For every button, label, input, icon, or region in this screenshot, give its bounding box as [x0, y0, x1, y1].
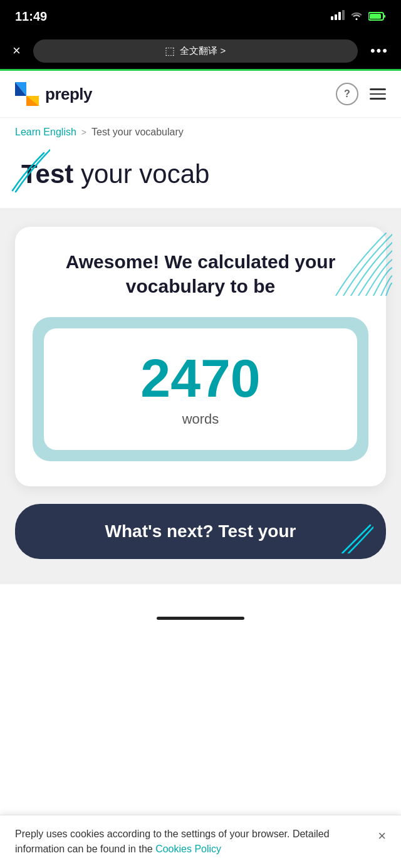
hero-decoration — [6, 147, 50, 199]
close-browser-button[interactable]: × — [13, 43, 21, 59]
signal-icon — [331, 10, 345, 23]
svg-rect-1 — [335, 14, 337, 20]
status-icons — [331, 10, 386, 23]
preply-logo-icon — [15, 82, 39, 106]
help-button[interactable]: ? — [336, 83, 358, 105]
cookie-banner: Preply uses cookies according to the set… — [0, 815, 401, 868]
result-headline-line2: vocabulary to be — [126, 276, 275, 296]
svg-rect-3 — [342, 10, 345, 20]
home-bar — [157, 617, 244, 620]
status-bar: 11:49 — [0, 0, 401, 33]
result-card-decoration — [311, 221, 392, 298]
svg-rect-5 — [370, 14, 381, 19]
home-indicator — [0, 609, 401, 632]
address-bar[interactable]: ⬚ 全文翻译 > — [33, 39, 358, 63]
logo-text: preply — [45, 85, 92, 104]
result-card: Awesome! We calculated your vocabulary t… — [15, 227, 386, 486]
hero-title-rest: your vocab — [73, 159, 209, 189]
cookie-text: Preply uses cookies according to the set… — [15, 827, 368, 857]
vocab-display-outer: 2470 words — [33, 317, 368, 461]
svg-rect-2 — [338, 12, 341, 20]
header-actions: ? — [336, 83, 386, 105]
result-headline-line1: Awesome! We calculated your — [66, 251, 336, 272]
breadcrumb-separator: > — [81, 127, 86, 137]
hero-title: Test your vocab — [15, 159, 386, 189]
logo-area[interactable]: preply — [15, 82, 92, 106]
breadcrumb: Learn English > Test your vocabulary — [0, 118, 401, 147]
browser-bar: × ⬚ 全文翻译 > ••• — [0, 33, 401, 69]
breadcrumb-current: Test your vocabulary — [91, 127, 184, 138]
menu-line-1 — [370, 88, 386, 90]
breadcrumb-link-learn-english[interactable]: Learn English — [15, 127, 76, 138]
svg-rect-0 — [331, 16, 333, 20]
whats-next-button[interactable]: What's next? Test your — [15, 504, 386, 559]
svg-rect-6 — [383, 15, 385, 18]
whats-next-text: What's next? Test your — [105, 521, 296, 541]
vocab-number: 2470 — [81, 351, 320, 405]
battery-icon — [368, 11, 386, 21]
cookie-policy-link[interactable]: Cookies Policy — [155, 844, 221, 854]
menu-button[interactable] — [370, 88, 386, 100]
vocab-display-inner: 2470 words — [44, 328, 357, 450]
more-options-button[interactable]: ••• — [370, 43, 388, 59]
vocab-label: words — [81, 411, 320, 427]
whats-next-decoration — [339, 522, 373, 556]
main-content: Awesome! We calculated your vocabulary t… — [0, 208, 401, 584]
address-text: 全文翻译 > — [180, 45, 226, 57]
hero-section: Test your vocab — [0, 147, 401, 208]
status-time: 11:49 — [15, 9, 47, 24]
menu-line-3 — [370, 98, 386, 100]
site-header: preply ? — [0, 71, 401, 118]
wifi-icon — [350, 10, 363, 23]
translate-icon: ⬚ — [165, 44, 175, 58]
menu-line-2 — [370, 93, 386, 95]
cookie-close-button[interactable]: × — [378, 827, 386, 844]
